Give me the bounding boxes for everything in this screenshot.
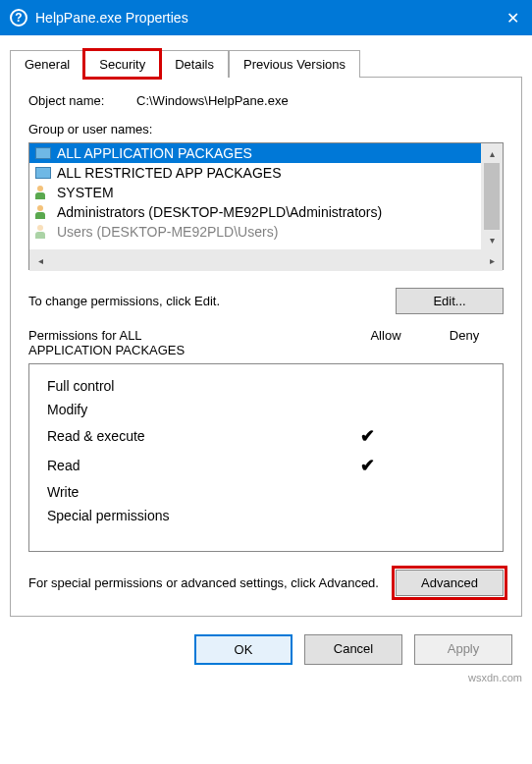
scrollbar-thumb[interactable] (484, 163, 500, 230)
list-item-label: ALL APPLICATION PACKAGES (57, 145, 252, 161)
package-icon (35, 167, 51, 179)
scroll-right-arrow-icon[interactable]: ▸ (481, 249, 503, 271)
package-icon (35, 147, 51, 159)
list-item-label: ALL RESTRICTED APP PACKAGES (57, 165, 281, 181)
permission-row: Special permissions (47, 504, 485, 527)
tab-security[interactable]: Security (84, 50, 160, 78)
permission-name: Write (47, 484, 328, 500)
list-item-label: Administrators (DESKTOP-ME92PLD\Administ… (57, 204, 382, 220)
object-name-label: Object name: (28, 93, 136, 108)
tab-general[interactable]: General (10, 50, 84, 78)
permissions-for-label: Permissions for ALL APPLICATION PACKAGES (28, 328, 346, 357)
object-name-value: C:\Windows\HelpPane.exe (136, 93, 504, 108)
watermark-text: wsxdn.com (468, 672, 522, 683)
list-item-label: Users (DESKTOP-ME92PLD\Users) (57, 224, 278, 240)
dialog-button-row: OK Cancel Apply (0, 627, 532, 681)
window-titlebar: ? HelpPane.exe Properties ✕ (0, 0, 532, 35)
permission-row: Modify (47, 398, 485, 421)
list-item[interactable]: Users (DESKTOP-ME92PLD\Users) (29, 222, 481, 242)
edit-permissions-row: To change permissions, click Edit. Edit.… (28, 288, 504, 314)
list-item[interactable]: SYSTEM (29, 183, 481, 202)
permissions-list: Full control Modify Read & execute Read … (28, 363, 504, 552)
permission-row: Read (47, 451, 485, 480)
users-icon (35, 186, 51, 199)
permission-allow-check-icon (328, 455, 406, 476)
help-icon: ? (10, 9, 27, 27)
tab-details[interactable]: Details (160, 50, 229, 78)
permission-name: Modify (47, 402, 328, 417)
permission-row: Read & execute (47, 421, 485, 451)
object-name-row: Object name: C:\Windows\HelpPane.exe (28, 93, 504, 108)
cancel-button[interactable]: Cancel (304, 634, 402, 665)
allow-header: Allow (346, 328, 425, 357)
permission-name: Read (47, 458, 328, 473)
scroll-up-arrow-icon[interactable]: ▴ (481, 143, 503, 163)
scroll-down-arrow-icon[interactable]: ▾ (481, 230, 503, 249)
permission-row: Full control (47, 374, 485, 398)
users-icon (35, 225, 51, 239)
permissions-header: Permissions for ALL APPLICATION PACKAGES… (28, 328, 504, 357)
permission-name: Read & execute (47, 428, 328, 444)
permission-name: Full control (47, 378, 328, 394)
edit-permissions-text: To change permissions, click Edit. (28, 294, 396, 308)
scrollbar-track[interactable] (51, 249, 481, 271)
list-item[interactable]: ALL RESTRICTED APP PACKAGES (29, 163, 481, 183)
advanced-row: For special permissions or advanced sett… (28, 570, 504, 596)
tab-strip: General Security Details Previous Versio… (10, 49, 522, 78)
tab-previous-versions[interactable]: Previous Versions (229, 50, 360, 78)
horizontal-scrollbar[interactable]: ◂ ▸ (29, 249, 503, 271)
scroll-left-arrow-icon[interactable]: ◂ (29, 249, 51, 271)
advanced-text: For special permissions or advanced sett… (28, 575, 396, 590)
close-button[interactable]: ✕ (493, 0, 532, 35)
group-list-items: ALL APPLICATION PACKAGES ALL RESTRICTED … (29, 143, 481, 249)
deny-header: Deny (425, 328, 504, 357)
list-item[interactable]: ALL APPLICATION PACKAGES (29, 143, 481, 163)
ok-button[interactable]: OK (194, 634, 293, 665)
list-item[interactable]: Administrators (DESKTOP-ME92PLD\Administ… (29, 202, 481, 222)
edit-button[interactable]: Edit... (396, 288, 504, 314)
window-title: HelpPane.exe Properties (35, 10, 493, 26)
tab-content-security: Object name: C:\Windows\HelpPane.exe Gro… (10, 78, 522, 617)
advanced-button[interactable]: Advanced (396, 570, 504, 596)
group-listbox[interactable]: ALL APPLICATION PACKAGES ALL RESTRICTED … (28, 142, 504, 270)
users-icon (35, 205, 51, 219)
apply-button[interactable]: Apply (414, 634, 512, 665)
groups-label: Group or user names: (28, 122, 504, 136)
list-item-label: SYSTEM (57, 185, 114, 200)
permission-allow-check-icon (328, 425, 406, 447)
vertical-scrollbar[interactable]: ▴ ▾ (481, 143, 503, 249)
permission-name: Special permissions (47, 508, 328, 523)
permission-row: Write (47, 480, 485, 504)
